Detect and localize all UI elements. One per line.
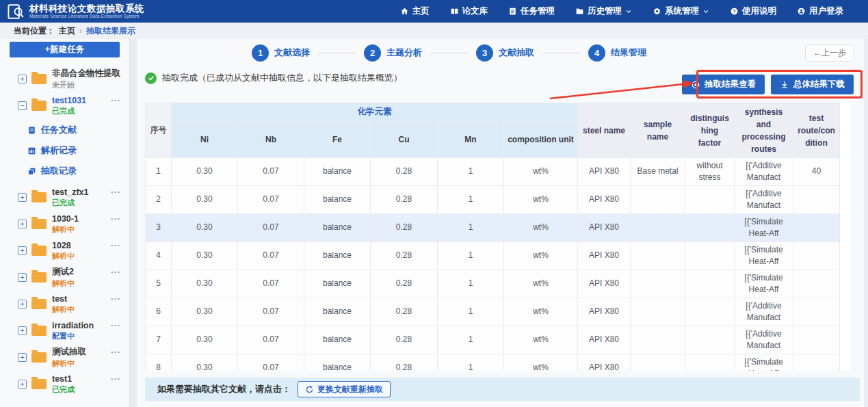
task-item[interactable]: +test解析中···	[0, 291, 129, 317]
task-status: 已完成	[52, 198, 129, 208]
book-icon	[450, 7, 459, 16]
task-item[interactable]: +1030-1解析中···	[0, 211, 129, 237]
table-row[interactable]: 30.300.07balance0.281wt%API X80[{'Simula…	[146, 214, 840, 242]
table-row[interactable]: 80.300.07balance0.281wt%API X80[{'Simula…	[146, 354, 840, 371]
table-cell: API X80	[578, 270, 631, 298]
task-menu-icon[interactable]: ···	[111, 347, 121, 357]
nav-item-gear[interactable]: 系统管理	[653, 5, 709, 17]
task-menu-icon[interactable]: ···	[111, 267, 121, 277]
step-label: 结果管理	[611, 47, 646, 59]
table-cell	[685, 242, 735, 270]
table-cell: balance	[304, 270, 371, 298]
task-child-copy[interactable]: 抽取记录	[0, 161, 129, 181]
task-child-chart[interactable]: 解析记录	[0, 140, 129, 161]
breadcrumb-current: 抽取结果展示	[86, 25, 135, 37]
tasks-icon	[508, 7, 517, 16]
table-cell: 1	[146, 158, 172, 186]
task-status: 解析中	[52, 278, 129, 289]
collapse-toggle-icon[interactable]: −	[18, 101, 27, 110]
task-menu-icon[interactable]: ···	[111, 96, 121, 105]
expand-toggle-icon[interactable]: +	[18, 273, 27, 282]
table-row[interactable]: 70.300.07balance0.281wt%API X80[{'Additi…	[146, 326, 840, 354]
logo-icon	[7, 3, 25, 21]
table-cell: wt%	[504, 158, 578, 186]
table-cell: 3	[146, 214, 172, 242]
download-results-button[interactable]: 总体结果下载	[771, 75, 854, 94]
view-results-button[interactable]: 抽取结果查看	[682, 75, 765, 94]
step-2[interactable]: 2主题分析	[364, 44, 422, 62]
step-3[interactable]: 3文献抽取	[476, 44, 534, 62]
task-menu-icon[interactable]: ···	[111, 294, 121, 304]
table-row[interactable]: 50.300.07balance0.281wt%API X80[{'Simula…	[146, 270, 840, 298]
results-table-container[interactable]: 序号化学元素steel namesample namedistinguishin…	[145, 103, 851, 371]
table-cell: API X80	[578, 354, 631, 371]
expand-toggle-icon[interactable]: +	[18, 380, 27, 389]
task-item[interactable]: +1028解析中···	[0, 237, 129, 264]
table-cell: API X80	[578, 186, 631, 214]
table-cell: 0.07	[238, 298, 304, 326]
step-1[interactable]: 1文献选择	[252, 44, 310, 62]
table-cell: 0.30	[172, 354, 238, 371]
new-task-button[interactable]: +新建任务	[10, 42, 120, 57]
table-cell: 0.30	[172, 326, 238, 354]
rerun-button[interactable]: 更换文献重新抽取	[298, 381, 391, 397]
table-cell: 0.07	[238, 354, 304, 371]
expand-toggle-icon[interactable]: +	[18, 220, 27, 228]
task-menu-icon[interactable]: ···	[111, 69, 121, 79]
table-cell: [{'Additive Manufact	[735, 158, 793, 186]
task-menu-icon[interactable]: ···	[111, 374, 121, 384]
breadcrumb-home[interactable]: 主页	[59, 25, 75, 37]
task-status: 解析中	[52, 224, 129, 235]
nav-item-history[interactable]: 历史管理	[575, 5, 632, 17]
step-4[interactable]: 4结果管理	[588, 44, 646, 62]
task-item[interactable]: +test1已完成···	[0, 371, 129, 397]
task-item[interactable]: +测试抽取解析中···	[0, 344, 129, 371]
step-label: 主题分析	[386, 47, 422, 59]
task-item[interactable]: +测试2解析中···	[0, 264, 129, 291]
expand-toggle-icon[interactable]: +	[18, 353, 27, 362]
expand-toggle-icon[interactable]: +	[18, 75, 27, 83]
download-results-label: 总体结果下载	[793, 79, 845, 90]
step-number: 2	[364, 44, 381, 62]
nav-item-user[interactable]: 用户登录	[797, 5, 843, 17]
task-menu-icon[interactable]: ···	[111, 214, 121, 224]
expand-toggle-icon[interactable]: +	[18, 300, 27, 308]
task-item[interactable]: −test1031已完成···	[0, 92, 129, 119]
table-row[interactable]: 10.300.07balance0.281wt%API X80Base meta…	[146, 158, 840, 186]
folder-icon	[31, 74, 47, 84]
task-child-doc[interactable]: 任务文献	[0, 120, 129, 140]
table-row[interactable]: 20.300.07balance0.281wt%API X80[{'Additi…	[146, 186, 840, 214]
chevron-icon	[702, 8, 709, 15]
expand-toggle-icon[interactable]: +	[18, 246, 27, 255]
nav-menu: 主页论文库任务管理历史管理系统管理?使用说明用户登录	[400, 5, 844, 17]
nav-item-question[interactable]: ?使用说明	[730, 5, 776, 17]
task-item[interactable]: +非晶合金物性提取未开始···	[0, 66, 129, 92]
table-cell: 1	[438, 214, 504, 242]
expand-toggle-icon[interactable]: +	[18, 326, 27, 335]
nav-item-label: 用户登录	[809, 5, 843, 17]
table-row[interactable]: 60.300.07balance0.281wt%API X80[{'Additi…	[146, 298, 840, 326]
folder-icon	[31, 192, 47, 202]
table-cell: API X80	[578, 298, 631, 326]
task-menu-icon[interactable]: ···	[111, 321, 121, 330]
task-status: 解析中	[52, 304, 129, 315]
table-cell: [{'Simulate Heat-Aff	[735, 270, 793, 298]
expand-toggle-icon[interactable]: +	[18, 193, 27, 202]
nav-item-book[interactable]: 论文库	[450, 5, 488, 17]
table-cell: API X80	[578, 242, 631, 270]
table-cell: 0.28	[371, 186, 438, 214]
task-menu-icon[interactable]: ···	[111, 241, 121, 250]
col-header: Mn	[438, 121, 504, 158]
task-menu-icon[interactable]: ···	[111, 187, 121, 197]
table-cell: 1	[438, 158, 504, 186]
back-button[interactable]: ←上一步	[805, 44, 854, 62]
nav-item-tasks[interactable]: 任务管理	[508, 5, 555, 17]
table-cell: 1	[438, 354, 504, 371]
table-cell: 1	[438, 186, 504, 214]
nav-item-home[interactable]: 主页	[400, 5, 430, 17]
task-item[interactable]: +test_zfx1已完成···	[0, 184, 129, 211]
table-row[interactable]: 40.300.07balance0.281wt%API X80[{'Simula…	[146, 242, 840, 270]
folder-icon	[31, 326, 47, 336]
table-cell: 0.30	[172, 158, 238, 186]
task-item[interactable]: +irradiation配置中···	[0, 317, 129, 344]
